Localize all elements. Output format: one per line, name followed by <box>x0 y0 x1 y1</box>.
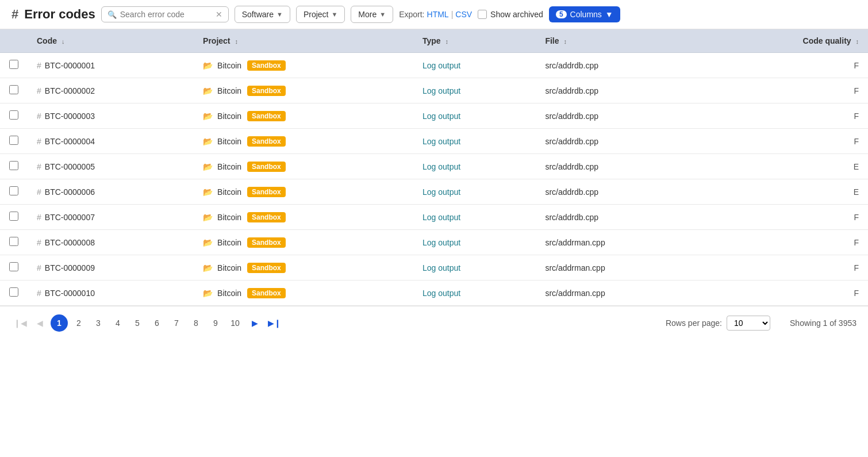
row-code-cell: # BTC-0000010 <box>28 281 194 306</box>
row-checkbox-1[interactable] <box>9 85 18 94</box>
code-link[interactable]: BTC-0000009 <box>45 263 95 272</box>
page-10-button[interactable]: 10 <box>226 314 244 332</box>
row-checkbox-6[interactable] <box>9 212 18 221</box>
rows-per-page-area: Rows per page: 10 25 50 100 <box>666 316 770 331</box>
sandbox-badge: Sandbox <box>247 162 286 172</box>
row-quality-cell: E <box>706 154 868 179</box>
project-name: Bitcoin <box>217 187 241 197</box>
row-quality-cell: E <box>706 179 868 205</box>
project-folder-icon: 📂 <box>203 112 213 121</box>
sandbox-badge: Sandbox <box>247 212 286 222</box>
code-link[interactable]: BTC-0000001 <box>45 61 95 70</box>
prev-page-button[interactable]: ◀ <box>31 314 48 332</box>
table-row: # BTC-0000001 📂 Bitcoin Sandbox Log outp… <box>0 53 868 78</box>
row-checkbox-9[interactable] <box>9 287 18 297</box>
row-checkbox-2[interactable] <box>9 110 18 120</box>
code-link[interactable]: BTC-0000003 <box>45 112 95 121</box>
columns-count-badge: 5 <box>556 10 567 18</box>
show-archived-toggle[interactable]: Show archived <box>478 10 543 19</box>
sandbox-badge: Sandbox <box>247 237 286 248</box>
sandbox-badge: Sandbox <box>247 111 286 121</box>
row-type-cell: Log output <box>413 78 536 103</box>
page-icon: # <box>11 7 18 22</box>
type-column-header[interactable]: Type ↕ <box>413 29 536 53</box>
page-9-button[interactable]: 9 <box>207 314 224 332</box>
row-project-cell: 📂 Bitcoin Sandbox <box>194 255 413 281</box>
search-box: 🔍 ✕ <box>101 6 229 22</box>
error-codes-table: Code ↓ Project ↕ Type ↕ File ↕ Code qual… <box>0 29 868 306</box>
project-chevron-icon: ▼ <box>331 11 337 18</box>
row-type-cell: Log output <box>413 129 536 154</box>
row-select-cell <box>0 53 28 78</box>
row-checkbox-0[interactable] <box>9 60 18 69</box>
row-checkbox-4[interactable] <box>9 161 18 170</box>
export-html-link[interactable]: HTML <box>427 10 449 19</box>
page-1-button[interactable]: 1 <box>51 314 68 332</box>
row-checkbox-8[interactable] <box>9 262 18 271</box>
last-page-button[interactable]: ▶❙ <box>266 314 283 332</box>
row-code-cell: # BTC-0000008 <box>28 230 194 255</box>
project-folder-icon: 📂 <box>203 86 213 95</box>
more-filter-button[interactable]: More ▼ <box>351 6 393 23</box>
next-page-button[interactable]: ▶ <box>246 314 263 332</box>
columns-button[interactable]: 5 Columns ▼ <box>549 6 620 22</box>
row-hash-icon: # <box>37 263 41 272</box>
project-column-header[interactable]: Project ↕ <box>194 29 413 53</box>
table-container: Code ↓ Project ↕ Type ↕ File ↕ Code qual… <box>0 29 868 306</box>
project-name: Bitcoin <box>217 162 241 171</box>
project-folder-icon: 📂 <box>203 187 213 197</box>
export-csv-link[interactable]: CSV <box>455 10 472 19</box>
rows-per-page-select[interactable]: 10 25 50 100 <box>727 316 770 331</box>
show-archived-checkbox[interactable] <box>478 10 487 19</box>
page-6-button[interactable]: 6 <box>148 314 166 332</box>
clear-icon[interactable]: ✕ <box>216 10 222 19</box>
file-sort-icon: ↕ <box>563 38 567 45</box>
row-file-cell: src/addrman.cpp <box>536 255 706 281</box>
row-checkbox-5[interactable] <box>9 186 18 195</box>
project-name: Bitcoin <box>217 238 241 247</box>
row-code-cell: # BTC-0000003 <box>28 103 194 129</box>
code-link[interactable]: BTC-0000006 <box>45 187 95 197</box>
search-input[interactable] <box>120 10 212 19</box>
row-checkbox-3[interactable] <box>9 136 18 145</box>
row-project-cell: 📂 Bitcoin Sandbox <box>194 179 413 205</box>
project-folder-icon: 📂 <box>203 213 213 222</box>
page-4-button[interactable]: 4 <box>109 314 126 332</box>
row-checkbox-7[interactable] <box>9 237 18 246</box>
sandbox-badge: Sandbox <box>247 288 286 298</box>
row-project-cell: 📂 Bitcoin Sandbox <box>194 154 413 179</box>
code-link[interactable]: BTC-0000005 <box>45 162 95 171</box>
file-column-header[interactable]: File ↕ <box>536 29 706 53</box>
row-type-cell: Log output <box>413 205 536 230</box>
row-type-cell: Log output <box>413 281 536 306</box>
row-file-cell: src/addrdb.cpp <box>536 53 706 78</box>
row-hash-icon: # <box>37 86 41 95</box>
row-select-cell <box>0 154 28 179</box>
code-link[interactable]: BTC-0000002 <box>45 86 95 95</box>
code-link[interactable]: BTC-0000010 <box>45 289 95 298</box>
row-type-cell: Log output <box>413 179 536 205</box>
table-row: # BTC-0000003 📂 Bitcoin Sandbox Log outp… <box>0 103 868 129</box>
showing-text: Showing 1 of 3953 <box>790 318 857 328</box>
code-link[interactable]: BTC-0000008 <box>45 238 95 247</box>
page-3-button[interactable]: 3 <box>90 314 107 332</box>
code-column-header[interactable]: Code ↓ <box>28 29 194 53</box>
page-2-button[interactable]: 2 <box>70 314 87 332</box>
page-7-button[interactable]: 7 <box>168 314 185 332</box>
table-row: # BTC-0000008 📂 Bitcoin Sandbox Log outp… <box>0 230 868 255</box>
page-5-button[interactable]: 5 <box>129 314 146 332</box>
first-page-button[interactable]: ❙◀ <box>11 314 29 332</box>
export-area: Export: HTML | CSV <box>399 10 472 19</box>
row-quality-cell: F <box>706 129 868 154</box>
quality-column-header[interactable]: Code quality ↕ <box>706 29 868 53</box>
code-link[interactable]: BTC-0000004 <box>45 137 95 146</box>
software-chevron-icon: ▼ <box>276 11 283 18</box>
table-row: # BTC-0000005 📂 Bitcoin Sandbox Log outp… <box>0 154 868 179</box>
page-8-button[interactable]: 8 <box>187 314 205 332</box>
row-type-cell: Log output <box>413 154 536 179</box>
code-link[interactable]: BTC-0000007 <box>45 213 95 222</box>
software-filter-button[interactable]: Software ▼ <box>235 6 290 23</box>
project-folder-icon: 📂 <box>203 238 213 247</box>
project-filter-button[interactable]: Project ▼ <box>296 6 345 23</box>
row-code-cell: # BTC-0000007 <box>28 205 194 230</box>
